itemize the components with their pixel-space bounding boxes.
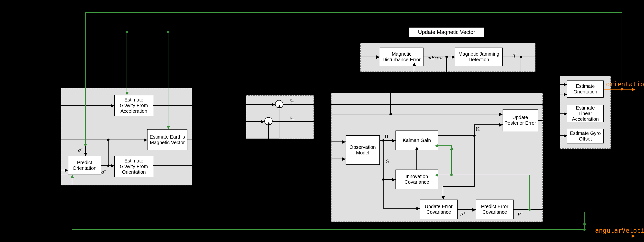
block-mag-disturb-error: Magnetic Disturbance Error: [380, 48, 424, 66]
block-est-earth-mag-vec: Estimate Earth's Magnetic Vector: [147, 129, 188, 150]
title-update-magnetic-vector: Update Magnetic Vector: [409, 27, 484, 37]
block-update-err-cov: Update Error Covariance: [420, 200, 458, 219]
block-predict-orientation: Predict Orientation: [68, 156, 101, 174]
label-P-plus: P+: [460, 211, 466, 218]
output-label-angular-velocity: angularVelocity: [595, 227, 644, 234]
block-est-gyro-offset: Estimate Gyro Offset: [567, 129, 604, 144]
label-H: H: [384, 133, 388, 140]
block-est-gravity-orient: Estimate Gravity From Orientation: [114, 156, 153, 177]
block-predict-err-cov: Predict Error Covariance: [476, 200, 514, 219]
diagram-canvas: Update Magnetic Vector Magnetic Disturba…: [0, 0, 644, 242]
label-mError: mError: [428, 54, 443, 61]
block-est-linear-accel: Estimate Linear Acceleration: [567, 105, 604, 122]
label-P-minus: P−: [518, 211, 523, 218]
label-S: S: [386, 158, 389, 164]
label-zg: zg: [290, 97, 294, 104]
block-innovation-cov: Innovation Covariance: [396, 170, 438, 189]
label-zm: zm: [290, 114, 294, 121]
block-observation-model: Observation Model: [346, 135, 380, 165]
label-q-minus: q−: [101, 168, 106, 175]
block-est-gravity-accel: Estimate Gravity From Acceleration: [114, 95, 153, 116]
label-q-plus: q+: [78, 146, 83, 153]
label-tf: tf: [512, 52, 515, 59]
block-mag-jam-detect: Magnetic Jamming Detection: [455, 48, 502, 66]
block-est-orientation: Estimate Orientation: [567, 80, 604, 98]
output-label-orientation: orientation: [606, 80, 644, 88]
block-update-post-error: Update Posterior Error: [502, 109, 538, 131]
label-K: K: [476, 126, 480, 132]
